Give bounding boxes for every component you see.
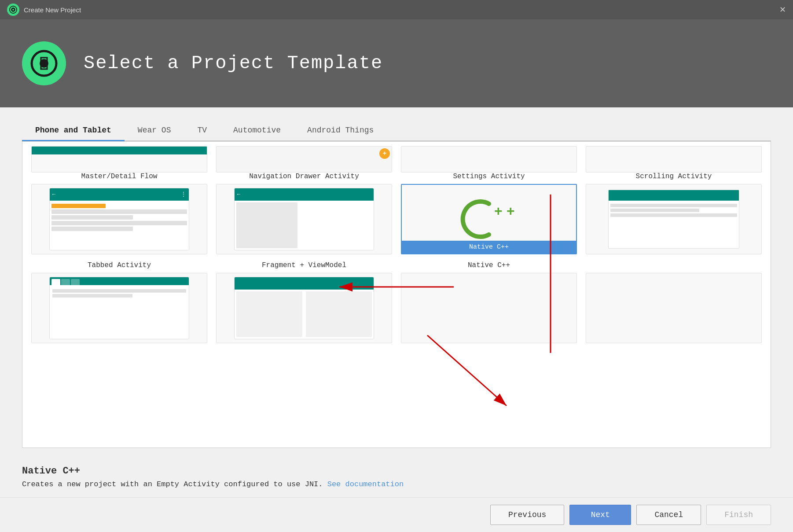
tab-phone-tablet[interactable]: Phone and Tablet bbox=[22, 121, 125, 141]
cpp-logo: + + bbox=[458, 197, 520, 241]
label-native-cpp: Native C++ bbox=[401, 261, 577, 269]
template-card-nav-drawer[interactable]: ← bbox=[216, 184, 392, 254]
finish-button[interactable]: Finish bbox=[706, 505, 771, 525]
description-section: Native C++ Creates a new project with an… bbox=[0, 457, 793, 497]
template-card-tabbed[interactable] bbox=[31, 273, 207, 343]
page-title: Select a Project Template bbox=[84, 53, 383, 74]
close-button[interactable]: ✕ bbox=[779, 5, 786, 15]
bottom-bar: Previous Next Cancel Finish bbox=[0, 497, 793, 532]
template-card-settings[interactable]: + + Native C++ bbox=[401, 184, 577, 254]
main-window: Create New Project ✕ Select a Project Te… bbox=[0, 0, 793, 532]
cancel-button[interactable]: Cancel bbox=[636, 505, 701, 525]
next-button[interactable]: Next bbox=[569, 505, 631, 525]
tabs-bar: Phone and Tablet Wear OS TV Automotive A… bbox=[22, 121, 771, 141]
header-logo bbox=[22, 41, 66, 85]
template-grid-container: + Master/Detail Flow Navigation Drawer A… bbox=[22, 141, 771, 448]
back-icon: ← bbox=[52, 191, 55, 198]
description-text: Creates a new project with an Empty Acti… bbox=[22, 480, 771, 488]
title-bar-left: Create New Project bbox=[7, 4, 81, 16]
previous-button[interactable]: Previous bbox=[490, 505, 564, 525]
label-empty4 bbox=[586, 261, 762, 269]
partial-top-row: + bbox=[22, 142, 771, 172]
partial-card-3[interactable] bbox=[401, 146, 577, 172]
selected-label: Native C++ bbox=[402, 241, 576, 253]
svg-text:+: + bbox=[507, 203, 515, 219]
header-section: Select a Project Template bbox=[0, 19, 793, 107]
more-icon: ⋮ bbox=[181, 191, 186, 198]
list-item-2 bbox=[51, 209, 187, 214]
android-logo bbox=[7, 4, 19, 16]
title-bar: Create New Project ✕ bbox=[0, 0, 793, 19]
back-icon-2: ← bbox=[237, 191, 240, 198]
description-title: Native C++ bbox=[22, 466, 771, 477]
partial-card-2[interactable]: + bbox=[216, 146, 392, 172]
template-card-empty4[interactable] bbox=[586, 273, 762, 343]
template-card-master-detail[interactable]: ← ⋮ bbox=[31, 184, 207, 254]
tab-mock-3 bbox=[71, 279, 80, 285]
label-nav-drawer: Navigation Drawer Activity bbox=[216, 172, 392, 180]
tab-wear-os[interactable]: Wear OS bbox=[125, 121, 184, 141]
partial-card-4[interactable] bbox=[586, 146, 762, 172]
see-documentation-link[interactable]: See documentation bbox=[327, 480, 404, 488]
label-settings: Settings Activity bbox=[401, 172, 577, 180]
template-card-fragment[interactable] bbox=[216, 273, 392, 343]
tab-mock-1 bbox=[51, 279, 60, 285]
label-fragment: Fragment + ViewModel bbox=[216, 261, 392, 269]
window-title: Create New Project bbox=[24, 6, 81, 14]
template-card-empty3[interactable] bbox=[401, 273, 577, 343]
svg-point-2 bbox=[12, 9, 14, 11]
list-item-1 bbox=[51, 204, 106, 208]
tab-android-things[interactable]: Android Things bbox=[294, 121, 387, 141]
label-master-detail: Master/Detail Flow bbox=[31, 172, 207, 180]
label-scrolling: Scrolling Activity bbox=[586, 172, 762, 180]
main-content: Phone and Tablet Wear OS TV Automotive A… bbox=[0, 107, 793, 457]
badge-plus: + bbox=[379, 148, 390, 159]
list-item-4 bbox=[51, 221, 187, 225]
list-item-5 bbox=[51, 227, 133, 231]
partial-card-1[interactable] bbox=[31, 146, 207, 172]
tab-tv[interactable]: TV bbox=[184, 121, 220, 141]
tab-mock-2 bbox=[61, 279, 70, 285]
template-card-scrolling[interactable] bbox=[586, 184, 762, 254]
list-item-3 bbox=[51, 215, 133, 220]
label-tabbed: Tabbed Activity bbox=[31, 261, 207, 269]
svg-point-6 bbox=[41, 61, 47, 66]
tab-automotive[interactable]: Automotive bbox=[220, 121, 294, 141]
description-body: Creates a new project with an Empty Acti… bbox=[22, 480, 323, 488]
svg-text:+: + bbox=[494, 203, 503, 219]
